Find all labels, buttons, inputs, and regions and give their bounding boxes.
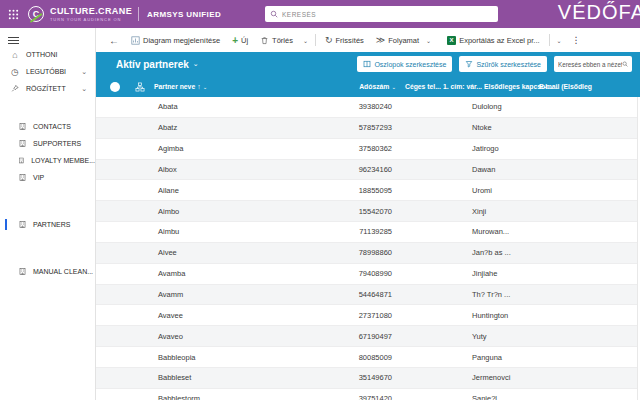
more-commands-icon[interactable]: ⋮ bbox=[566, 35, 587, 45]
city-cell: Yuty bbox=[472, 332, 637, 341]
view-selector[interactable]: Aktív partnerek ⌄ bbox=[116, 59, 199, 70]
building-icon bbox=[18, 220, 27, 229]
tax-id-cell: 78998860 bbox=[298, 248, 396, 257]
brand-block[interactable]: CULTURE.CRANE TURN YOUR AUDIENCE ON bbox=[50, 7, 132, 22]
sidebar-item-recent[interactable]: ◷ LEGUTÓBBI ⌄ bbox=[0, 63, 95, 80]
tax-id-cell: 71139285 bbox=[298, 227, 396, 236]
environment-name: VÉDŐFA bbox=[558, 1, 640, 24]
delete-more-chevron-icon[interactable]: ⌄ bbox=[299, 37, 312, 44]
partner-name-cell[interactable]: Aibox bbox=[158, 165, 298, 174]
partner-name-cell[interactable]: Babbleopia bbox=[158, 353, 298, 362]
brand-tagline: TURN YOUR AUDIENCE ON bbox=[50, 18, 132, 22]
partner-name-cell[interactable]: Babblestorm bbox=[158, 394, 298, 400]
sidebar-item-label: CONTACTS bbox=[33, 123, 71, 130]
sidebar-item-label: RÖGZÍTETT bbox=[26, 85, 66, 92]
toolbar-divider bbox=[315, 34, 316, 46]
partner-name-cell[interactable]: Aivee bbox=[158, 248, 298, 257]
hierarchy-column-icon bbox=[135, 76, 145, 97]
table-row[interactable]: Babbleset 35149670 Jermenovci bbox=[96, 368, 637, 389]
table-row[interactable]: Aivee 78998860 Jan?b as ... bbox=[96, 243, 637, 264]
table-row[interactable]: Avamm 54464871 Th? Tr?n ... bbox=[96, 285, 637, 306]
edit-filters-button[interactable]: Szűrők szerkesztése bbox=[459, 56, 547, 72]
sidebar-item-pinned[interactable]: RÖGZÍTETT ⌄ bbox=[0, 80, 95, 97]
partner-name-cell[interactable]: Agimba bbox=[158, 144, 298, 153]
sidebar-item-loyalty-members[interactable]: LOYALTY MEMBE... bbox=[0, 152, 95, 169]
view-search-input[interactable] bbox=[558, 61, 622, 68]
sidebar-item-partners[interactable]: PARTNERS bbox=[0, 216, 95, 233]
flow-button[interactable]: ≫ Folyamat ⌄ bbox=[370, 28, 441, 52]
partner-name-cell[interactable]: Avaveo bbox=[158, 332, 298, 341]
partner-name-cell[interactable]: Abata bbox=[158, 102, 298, 111]
city-cell: Jatirogo bbox=[472, 144, 637, 153]
table-row[interactable]: Babblestorm 39751420 Sanje?l bbox=[96, 389, 637, 400]
global-search-input[interactable] bbox=[282, 11, 493, 18]
partner-name-cell[interactable]: Avamba bbox=[158, 269, 298, 278]
view-search-box[interactable] bbox=[554, 56, 632, 72]
building-icon bbox=[18, 139, 27, 148]
table-row[interactable]: Abatz 57857293 Ntoke bbox=[96, 118, 637, 139]
partner-name-cell[interactable]: Avavee bbox=[158, 311, 298, 320]
tax-id-cell: 57857293 bbox=[298, 123, 396, 132]
org-chart-icon bbox=[135, 82, 145, 92]
city-cell: Panguna bbox=[472, 353, 637, 362]
partner-name-cell[interactable]: Abatz bbox=[158, 123, 298, 132]
app-name: ARMSYS UNIFIED bbox=[147, 10, 221, 19]
waffle-icon[interactable] bbox=[8, 9, 19, 20]
global-search-box[interactable] bbox=[265, 6, 498, 22]
chevron-down-icon: ⌄ bbox=[422, 37, 435, 44]
sidebar-item-vip[interactable]: VIP bbox=[0, 169, 95, 186]
chevron-down-icon[interactable]: ⌄ bbox=[81, 85, 87, 93]
excel-icon: X bbox=[447, 36, 456, 45]
partner-name-cell[interactable]: Avamm bbox=[158, 290, 298, 299]
column-header-name[interactable]: Partner neve ↑ ⌄ bbox=[154, 76, 207, 97]
back-button[interactable]: ← bbox=[103, 35, 125, 46]
view-title: Aktív partnerek bbox=[116, 59, 189, 70]
table-header: Partner neve ↑ ⌄ Adószám ⌄ Céges tel... … bbox=[96, 76, 640, 97]
refresh-icon: ↻ bbox=[325, 35, 333, 45]
hamburger-menu-icon[interactable] bbox=[8, 34, 20, 46]
table-row[interactable]: Agimba 37580362 Jatirogo bbox=[96, 139, 637, 160]
chevron-down-icon[interactable]: ⌄ bbox=[81, 68, 87, 76]
home-icon: ⌂ bbox=[10, 50, 20, 60]
table-row[interactable]: Avamba 79408990 Jinjiahe bbox=[96, 264, 637, 285]
brand-logo[interactable]: C bbox=[28, 6, 44, 22]
flow-icon: ≫ bbox=[376, 35, 385, 45]
column-header-email[interactable]: E-mail (Elsődleg bbox=[539, 76, 592, 97]
tax-id-cell: 39380240 bbox=[298, 102, 396, 111]
sidebar-item-manual-cleanup[interactable]: MANUAL CLEAN... bbox=[0, 263, 95, 280]
column-header-company-phone[interactable]: Céges tel... ⌄ bbox=[405, 76, 448, 97]
tax-id-cell: 18855095 bbox=[298, 186, 396, 195]
table-row[interactable]: Aimbu 71139285 Murowan... bbox=[96, 222, 637, 243]
city-cell: Jan?b as ... bbox=[472, 248, 637, 257]
show-chart-button[interactable]: Diagram megjelenítése bbox=[125, 28, 226, 52]
table-row[interactable]: Avaveo 67190497 Yuty bbox=[96, 326, 637, 347]
tax-id-cell: 27371080 bbox=[298, 311, 396, 320]
sidebar-item-home[interactable]: ⌂ OTTHONI bbox=[0, 46, 95, 63]
new-button[interactable]: + Új bbox=[226, 28, 254, 52]
table-row[interactable]: Babbleopia 80085009 Panguna bbox=[96, 347, 637, 368]
refresh-button[interactable]: ↻ Frissítés bbox=[319, 28, 370, 52]
main-content: ← Diagram megjelenítése + Új Törlés ⌄ ↻ … bbox=[96, 28, 640, 400]
partner-name-cell[interactable]: Aimbu bbox=[158, 227, 298, 236]
tax-id-cell: 35149670 bbox=[298, 373, 396, 382]
partner-name-cell[interactable]: Aimbo bbox=[158, 207, 298, 216]
column-header-tax-id[interactable]: Adószám ⌄ bbox=[296, 76, 396, 97]
select-all-checkbox[interactable] bbox=[110, 76, 120, 97]
sidebar-item-supporters[interactable]: SUPPORTERS bbox=[0, 135, 95, 152]
table-row[interactable]: Aibox 96234160 Dawan bbox=[96, 160, 637, 181]
plus-icon: + bbox=[232, 35, 238, 46]
partner-name-cell[interactable]: Babbleset bbox=[158, 373, 298, 382]
sort-ascending-icon: ↑ bbox=[197, 83, 201, 90]
table-row[interactable]: Avavee 27371080 Huntington bbox=[96, 305, 637, 326]
delete-button[interactable]: Törlés bbox=[254, 28, 299, 52]
table-row[interactable]: Ailane 18855095 Uromi bbox=[96, 180, 637, 201]
city-cell: Xinji bbox=[472, 207, 637, 216]
sidebar-item-contacts[interactable]: CONTACTS bbox=[0, 118, 95, 135]
table-row[interactable]: Abata 39380240 Dulolong bbox=[96, 97, 637, 118]
overflow-chevron-icon[interactable]: ⌄ bbox=[553, 37, 566, 44]
edit-columns-button[interactable]: Oszlopok szerkesztése bbox=[357, 56, 452, 72]
column-header-city[interactable]: 1. cím: vár... ⌄ bbox=[443, 76, 489, 97]
export-excel-button[interactable]: X Exportálás az Excel pr... bbox=[441, 28, 545, 52]
partner-name-cell[interactable]: Ailane bbox=[158, 186, 298, 195]
table-row[interactable]: Aimbo 15542070 Xinji bbox=[96, 201, 637, 222]
